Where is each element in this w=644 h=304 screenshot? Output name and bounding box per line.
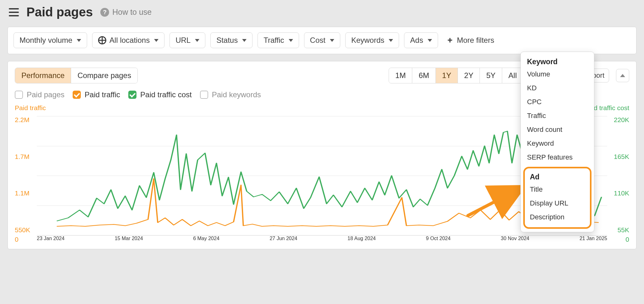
chevron-down-icon [330,39,334,42]
legend-label: Paid traffic cost [140,90,192,99]
y-left-tick: 1.1M [15,189,30,197]
x-tick: 30 Nov 2024 [501,236,530,241]
chevron-down-icon [77,39,81,42]
chevron-down-icon [195,39,199,42]
dropdown-item-display-url[interactable]: Display URL [526,196,589,210]
tab-compare-pages[interactable]: Compare pages [71,68,137,83]
range-6m[interactable]: 6M [412,68,436,83]
dropdown-item-keyword[interactable]: Keyword [521,137,594,150]
filter-label: Monthly volume [19,36,72,45]
filters-row: Monthly volume All locations URL Status … [8,27,636,54]
dropdown-item-serp-features[interactable]: SERP features [521,150,594,164]
filter-label: URL [175,36,191,45]
chevron-down-icon [289,39,293,42]
legend-label: Paid pages [27,90,64,99]
chevron-down-icon [389,39,393,42]
filter-label: Keywords [351,36,384,45]
filter-keywords[interactable]: Keywords [345,32,399,48]
y-axis-left-label: Paid traffic [15,104,46,112]
menu-icon[interactable] [9,8,19,16]
legend-paid-pages[interactable]: Paid pages [15,90,64,99]
filter-url[interactable]: URL [169,32,205,48]
filter-status[interactable]: Status [210,32,253,48]
chevron-up-icon [620,74,625,77]
y-axis-right-zero: 0 [607,236,629,243]
filter-cost[interactable]: Cost [304,32,340,48]
plus-icon: + [447,35,452,45]
tab-performance[interactable]: Performance [15,68,71,83]
range-all[interactable]: All [502,68,523,83]
filter-dropdown-popover: Keyword VolumeKDCPCTrafficWord countKeyw… [520,52,594,232]
x-tick: 15 Mar 2024 [115,236,143,241]
filter-monthly-volume[interactable]: Monthly volume [14,32,87,48]
y-right-tick: 165K [614,153,629,160]
y-right-tick: 110K [614,189,629,197]
x-tick: 6 May 2024 [193,236,219,241]
y-axis-right-ticks: 220K165K110K55K [607,116,629,236]
x-tick: 27 Jun 2024 [269,236,297,241]
filter-ads[interactable]: Ads [404,32,438,48]
page-title: Paid pages [26,5,93,19]
y-right-tick: 55K [618,226,629,234]
y-right-tick: 220K [614,116,629,124]
x-tick: 18 Aug 2024 [347,236,376,241]
dropdown-section-ad-highlight: Ad TitleDisplay URLDescription [523,167,591,229]
dropdown-item-description[interactable]: Description [526,210,589,224]
x-axis-ticks: 23 Jan 202415 Mar 20246 May 202427 Jun 2… [37,236,607,241]
dropdown-item-title[interactable]: Title [526,183,589,196]
y-left-tick: 1.7M [15,153,30,160]
help-icon: ? [100,8,109,17]
dropdown-item-traffic[interactable]: Traffic [521,109,594,123]
y-axis-left-zero: 0 [15,236,37,243]
y-left-tick: 550K [15,226,30,234]
more-filters-label: More filters [457,36,494,45]
range-1y[interactable]: 1Y [436,68,458,83]
dropdown-item-cpc[interactable]: CPC [521,95,594,109]
filter-all-locations[interactable]: All locations [92,32,164,48]
filter-label: Status [216,36,238,45]
legend-paid-traffic[interactable]: Paid traffic [73,90,120,99]
legend-label: Paid keywords [212,90,261,99]
dropdown-section-keyword: Keyword [521,56,594,67]
x-tick: 23 Jan 2024 [37,236,64,241]
view-tabs: Performance Compare pages [15,68,138,83]
range-5y[interactable]: 5Y [480,68,502,83]
chevron-down-icon [428,39,432,42]
dropdown-item-volume[interactable]: Volume [521,67,594,81]
legend-paid-keywords[interactable]: Paid keywords [200,90,261,99]
filter-label: Cost [310,36,325,45]
x-tick: 9 Oct 2024 [426,236,451,241]
svg-line-0 [468,188,521,216]
filter-label: Traffic [264,36,284,45]
filter-label: All locations [109,36,150,45]
chevron-down-icon [242,39,247,42]
y-left-tick: 2.2M [15,116,30,124]
y-axis-left-ticks: 2.2M1.7M1.1M550K [15,116,37,236]
dropdown-item-kd[interactable]: KD [521,81,594,95]
annotation-arrow [466,184,529,220]
globe-icon [98,36,106,44]
legend-label: Paid traffic [85,90,120,99]
more-filters-button[interactable]: + More filters [443,32,499,48]
range-1m[interactable]: 1M [389,68,412,83]
dropdown-section-ad: Ad [526,171,589,183]
chevron-down-icon [154,39,158,42]
checkbox-checked-icon[interactable] [73,91,81,99]
checkbox-unchecked[interactable] [200,91,208,99]
checkbox-unchecked[interactable] [15,91,23,99]
filter-label: Ads [410,36,423,45]
range-2y[interactable]: 2Y [458,68,480,83]
how-to-use-link[interactable]: ? How to use [100,8,152,17]
legend-paid-traffic-cost[interactable]: Paid traffic cost [128,90,192,99]
checkbox-checked-icon[interactable] [128,91,136,99]
how-to-use-label: How to use [112,8,152,17]
dropdown-item-word-count[interactable]: Word count [521,123,594,137]
collapse-button[interactable] [616,69,629,82]
range-tabs: 1M6M1Y2Y5YAll [389,68,523,83]
x-tick: 21 Jan 2025 [580,236,607,241]
filter-traffic[interactable]: Traffic [258,32,299,48]
